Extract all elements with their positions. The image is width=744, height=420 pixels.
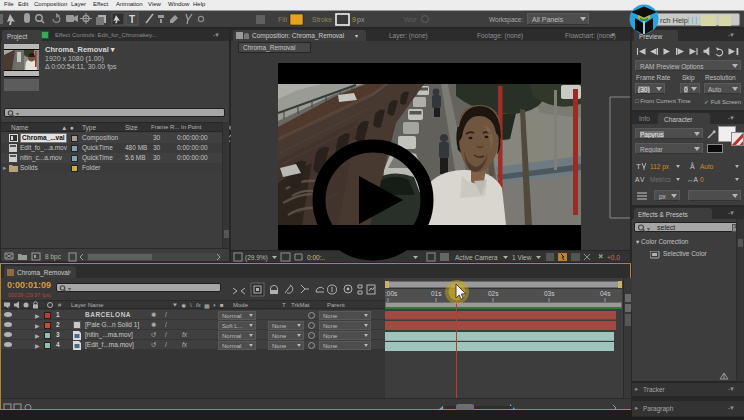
svg-text:Fill: Fill	[278, 16, 287, 23]
svg-text:Wor: Wor	[404, 16, 417, 23]
svg-text:1 View: 1 View	[512, 254, 532, 261]
svg-text:03s: 03s	[544, 290, 555, 297]
svg-text:↔A: ↔A	[687, 176, 699, 183]
svg-text:Auto: Auto	[700, 163, 714, 170]
svg-text:px: px	[357, 16, 365, 24]
svg-text:Metrics: Metrics	[650, 176, 672, 183]
svg-text:Workspace:: Workspace:	[489, 16, 523, 24]
svg-text:02s: 02s	[488, 290, 499, 297]
svg-text:112 px: 112 px	[650, 163, 670, 171]
svg-text:T: T	[636, 162, 641, 171]
svg-text:Å: Å	[690, 162, 695, 170]
svg-text:04s: 04s	[600, 290, 611, 297]
svg-text:8 bpc: 8 bpc	[45, 253, 62, 261]
svg-text:T: T	[129, 14, 135, 25]
svg-text:(29.9%): (29.9%)	[245, 254, 268, 262]
svg-text:0: 0	[700, 176, 704, 183]
svg-text:Active Camera: Active Camera	[455, 254, 498, 261]
svg-text:Stroke: Stroke	[312, 16, 332, 23]
svg-text::00s: :00s	[385, 290, 398, 297]
svg-text:+0.0: +0.0	[607, 254, 620, 261]
svg-text:9: 9	[352, 16, 356, 23]
svg-text:A V: A V	[635, 176, 645, 183]
